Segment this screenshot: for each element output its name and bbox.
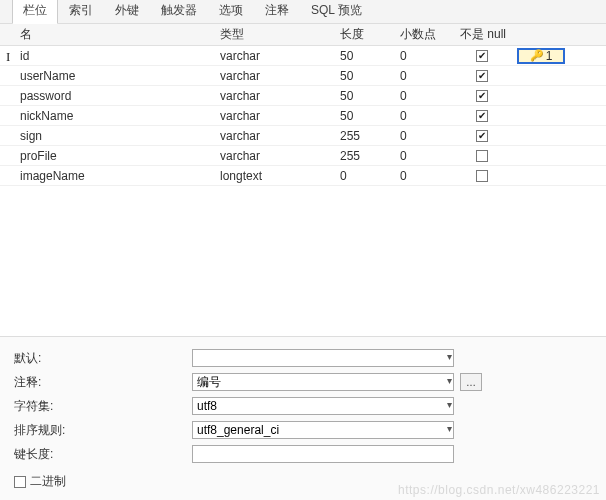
tab-6[interactable]: SQL 预览 — [300, 0, 373, 23]
field-row[interactable]: Iidvarchar500🔑1 — [0, 46, 606, 66]
col-header-type[interactable]: 类型 — [220, 26, 340, 43]
cell-name[interactable]: proFile — [20, 149, 220, 163]
collation-label: 排序规则: — [14, 422, 192, 439]
tab-0[interactable]: 栏位 — [12, 0, 58, 24]
cell-decimals[interactable]: 0 — [400, 109, 460, 123]
tab-bar: 栏位索引外键触发器选项注释SQL 预览 — [0, 0, 606, 24]
cell-notnull[interactable] — [460, 150, 515, 162]
cell-decimals[interactable]: 0 — [400, 49, 460, 63]
cell-type[interactable]: longtext — [220, 169, 340, 183]
cell-length[interactable]: 0 — [340, 169, 400, 183]
cell-length[interactable]: 255 — [340, 129, 400, 143]
cell-name[interactable]: userName — [20, 69, 220, 83]
cell-length[interactable]: 50 — [340, 89, 400, 103]
cell-notnull[interactable] — [460, 130, 515, 142]
cell-notnull[interactable] — [460, 50, 515, 62]
notnull-checkbox[interactable] — [476, 110, 488, 122]
key-icon: 🔑 — [530, 49, 544, 62]
cell-name[interactable]: id — [20, 49, 220, 63]
notnull-checkbox[interactable] — [476, 170, 488, 182]
charset-select[interactable] — [192, 397, 454, 415]
field-row[interactable]: nickNamevarchar500 — [0, 106, 606, 126]
default-label: 默认: — [14, 350, 192, 367]
cell-length[interactable]: 50 — [340, 69, 400, 83]
field-row[interactable]: proFilevarchar2550 — [0, 146, 606, 166]
cell-type[interactable]: varchar — [220, 49, 340, 63]
col-header-name[interactable]: 名 — [20, 26, 220, 43]
cell-length[interactable]: 255 — [340, 149, 400, 163]
col-header-notnull[interactable]: 不是 null — [460, 26, 515, 43]
notnull-checkbox[interactable] — [476, 90, 488, 102]
grid-body: Iidvarchar500🔑1userNamevarchar500passwor… — [0, 46, 606, 186]
cell-notnull[interactable] — [460, 90, 515, 102]
field-row[interactable]: signvarchar2550 — [0, 126, 606, 146]
tab-2[interactable]: 外键 — [104, 0, 150, 23]
tab-3[interactable]: 触发器 — [150, 0, 208, 23]
cell-type[interactable]: varchar — [220, 109, 340, 123]
field-grid: 名 类型 长度 小数点 不是 null Iidvarchar500🔑1userN… — [0, 24, 606, 336]
edit-caret-icon: I — [6, 49, 10, 65]
cell-notnull[interactable] — [460, 70, 515, 82]
cell-decimals[interactable]: 0 — [400, 69, 460, 83]
tab-4[interactable]: 选项 — [208, 0, 254, 23]
table-designer-window: { "tabs": [ { "label": "栏位", "active": t… — [0, 0, 606, 500]
primary-key-indicator[interactable]: 🔑1 — [517, 48, 565, 64]
col-header-length[interactable]: 长度 — [340, 26, 400, 43]
notnull-checkbox[interactable] — [476, 70, 488, 82]
cell-name[interactable]: sign — [20, 129, 220, 143]
comment-label: 注释: — [14, 374, 192, 391]
cell-notnull[interactable] — [460, 110, 515, 122]
comment-more-button[interactable]: … — [460, 373, 482, 391]
notnull-checkbox[interactable] — [476, 150, 488, 162]
cell-name[interactable]: imageName — [20, 169, 220, 183]
col-header-decimals[interactable]: 小数点 — [400, 26, 460, 43]
cell-decimals[interactable]: 0 — [400, 129, 460, 143]
field-row[interactable]: imageNamelongtext00 — [0, 166, 606, 186]
notnull-checkbox[interactable] — [476, 50, 488, 62]
cell-key[interactable]: 🔑1 — [515, 48, 570, 64]
cell-length[interactable]: 50 — [340, 109, 400, 123]
cell-type[interactable]: varchar — [220, 129, 340, 143]
notnull-checkbox[interactable] — [476, 130, 488, 142]
cell-length[interactable]: 50 — [340, 49, 400, 63]
cell-decimals[interactable]: 0 — [400, 89, 460, 103]
collation-select[interactable] — [192, 421, 454, 439]
tab-5[interactable]: 注释 — [254, 0, 300, 23]
cell-decimals[interactable]: 0 — [400, 169, 460, 183]
field-row[interactable]: userNamevarchar500 — [0, 66, 606, 86]
cell-type[interactable]: varchar — [220, 89, 340, 103]
charset-label: 字符集: — [14, 398, 192, 415]
keylength-label: 键长度: — [14, 446, 192, 463]
cell-decimals[interactable]: 0 — [400, 149, 460, 163]
field-row[interactable]: passwordvarchar500 — [0, 86, 606, 106]
default-input[interactable] — [192, 349, 454, 367]
cell-notnull[interactable] — [460, 170, 515, 182]
field-properties-panel: 默认: ▾ 注释: ▾ … 字符集: ▾ 排序规则: ▾ — [0, 336, 606, 496]
cell-type[interactable]: varchar — [220, 69, 340, 83]
key-index: 1 — [546, 49, 553, 63]
binary-checkbox[interactable] — [14, 476, 26, 488]
cell-name[interactable]: password — [20, 89, 220, 103]
comment-input[interactable] — [192, 373, 454, 391]
grid-empty-area[interactable] — [0, 186, 606, 336]
binary-label: 二进制 — [30, 473, 66, 490]
cell-name[interactable]: nickName — [20, 109, 220, 123]
keylength-input[interactable] — [192, 445, 454, 463]
grid-header: 名 类型 长度 小数点 不是 null — [0, 24, 606, 46]
cell-type[interactable]: varchar — [220, 149, 340, 163]
tab-1[interactable]: 索引 — [58, 0, 104, 23]
